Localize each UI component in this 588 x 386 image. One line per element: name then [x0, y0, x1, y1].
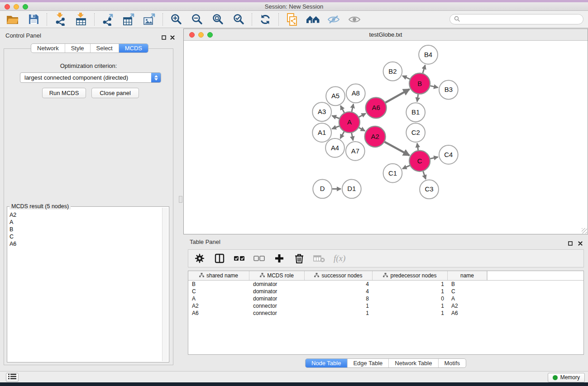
- table-cell[interactable]: A6: [188, 310, 249, 316]
- edge-A-A1[interactable]: [332, 126, 339, 129]
- table-cell[interactable]: connector: [249, 303, 305, 309]
- table-cell[interactable]: A: [448, 295, 487, 302]
- table-cell[interactable]: A2: [188, 303, 249, 309]
- export-network-icon[interactable]: [100, 12, 115, 27]
- close-panel-icon[interactable]: [170, 33, 175, 42]
- table-row[interactable]: Cdominator41C: [188, 288, 583, 295]
- vertical-splitter-handle[interactable]: [179, 196, 182, 203]
- edge-C-C1[interactable]: [402, 166, 410, 169]
- table-cell[interactable]: C: [448, 288, 487, 295]
- import-network-icon[interactable]: [53, 12, 67, 27]
- edge-C-C4[interactable]: [430, 157, 438, 159]
- columns-icon[interactable]: [212, 251, 227, 266]
- edge-A-A5[interactable]: [340, 105, 344, 113]
- zoom-out-icon[interactable]: [190, 12, 204, 27]
- tab-mcds[interactable]: MCDS: [119, 44, 148, 52]
- tab-network[interactable]: Network: [31, 44, 65, 52]
- show-all-icon[interactable]: [347, 12, 362, 27]
- hide-selected-icon[interactable]: [326, 12, 341, 27]
- edge-B-B2[interactable]: [402, 76, 410, 79]
- edge-A-A8[interactable]: [352, 104, 354, 112]
- table-cell[interactable]: dominator: [249, 288, 305, 295]
- delete-icon[interactable]: [292, 251, 306, 266]
- memory-button[interactable]: Memory: [548, 373, 585, 382]
- column-header-shared-name[interactable]: shared name: [188, 271, 249, 280]
- result-list-item[interactable]: B: [10, 226, 161, 233]
- tab-motifs[interactable]: Motifs: [438, 359, 466, 367]
- table-cell[interactable]: 1: [373, 281, 448, 287]
- zoom-in-icon[interactable]: [169, 12, 183, 27]
- criterion-dropdown[interactable]: largest connected component (directed): [20, 72, 161, 83]
- result-scrollbar[interactable]: [162, 208, 168, 361]
- gear-icon[interactable]: [192, 251, 207, 266]
- import-table-icon[interactable]: [74, 12, 88, 27]
- table-cell[interactable]: C: [188, 288, 249, 295]
- zoom-fit-icon[interactable]: [210, 12, 225, 27]
- tab-network-table[interactable]: Network Table: [389, 359, 438, 367]
- close-panel-icon[interactable]: [578, 239, 583, 248]
- result-list-item[interactable]: A2: [10, 211, 161, 219]
- show-panels-button[interactable]: [6, 373, 19, 382]
- column-header-predecessor-nodes[interactable]: predecessor nodes: [373, 271, 448, 280]
- column-header-mcds-role[interactable]: MCDS role: [249, 271, 305, 280]
- edge-C-C2[interactable]: [417, 143, 418, 150]
- table-cell[interactable]: 4: [305, 288, 373, 295]
- table-cell[interactable]: 1: [373, 303, 448, 309]
- float-panel-icon[interactable]: [162, 33, 166, 42]
- table-cell[interactable]: B: [448, 281, 487, 287]
- table-cell[interactable]: A2: [448, 303, 487, 309]
- add-icon[interactable]: [272, 251, 287, 266]
- result-list-item[interactable]: A: [10, 219, 161, 226]
- edge-A-A2[interactable]: [359, 128, 365, 131]
- edge-A-A3[interactable]: [332, 116, 339, 119]
- tab-style[interactable]: Style: [65, 44, 91, 52]
- tab-select[interactable]: Select: [91, 44, 119, 52]
- float-panel-icon[interactable]: [568, 239, 573, 248]
- tab-edge-table[interactable]: Edge Table: [347, 359, 389, 367]
- edge-A6-B[interactable]: [385, 89, 409, 103]
- edge-A2-C[interactable]: [385, 142, 410, 155]
- table-row[interactable]: A6connector11A6: [188, 310, 583, 317]
- tab-node-table[interactable]: Node Table: [306, 359, 348, 367]
- save-icon[interactable]: [26, 12, 41, 27]
- duplicate-network-icon[interactable]: [285, 12, 299, 27]
- column-header-successor-nodes[interactable]: successor nodes: [305, 271, 373, 280]
- table-cell[interactable]: connector: [249, 310, 305, 316]
- table-cell[interactable]: dominator: [249, 295, 305, 302]
- table-cell[interactable]: 4: [305, 281, 373, 287]
- open-folder-icon[interactable]: [5, 12, 20, 27]
- dropdown-stepper-icon[interactable]: [151, 73, 161, 82]
- table-cell[interactable]: 1: [373, 288, 448, 295]
- edge-B-B4[interactable]: [423, 65, 425, 73]
- table-cell[interactable]: A: [188, 295, 249, 302]
- close-panel-button[interactable]: Close panel: [91, 88, 139, 98]
- table-cell[interactable]: A6: [448, 310, 487, 316]
- select-all-icon[interactable]: [232, 251, 247, 266]
- edge-A-A6[interactable]: [359, 114, 366, 117]
- table-row[interactable]: Adominator80A: [188, 295, 583, 302]
- zoom-selected-icon[interactable]: [231, 12, 246, 27]
- edge-A-A4[interactable]: [340, 132, 344, 138]
- search-field[interactable]: [449, 14, 583, 24]
- table-cell[interactable]: 1: [305, 310, 373, 316]
- first-neighbors-icon[interactable]: [306, 12, 320, 27]
- deselect-all-icon[interactable]: [252, 251, 267, 266]
- export-image-icon[interactable]: [142, 12, 157, 27]
- search-input[interactable]: [462, 16, 579, 23]
- table-cell[interactable]: 1: [305, 303, 373, 309]
- run-mcds-button[interactable]: Run MCDS: [42, 88, 86, 98]
- column-header-name[interactable]: name: [448, 271, 487, 280]
- network-canvas[interactable]: B4B2BB3A8A5A6A3B1AA1C2A2A4A7C4CC1DD1C3: [184, 41, 587, 234]
- edge-A-A7[interactable]: [352, 133, 353, 141]
- export-table-icon[interactable]: [121, 12, 136, 27]
- table-cell[interactable]: 1: [373, 310, 448, 316]
- table-row[interactable]: Bdominator41B: [188, 281, 583, 288]
- edge-C-C3[interactable]: [423, 171, 426, 179]
- table-cell[interactable]: 8: [305, 295, 373, 302]
- table-cell[interactable]: dominator: [249, 281, 305, 287]
- table-cell[interactable]: 0: [373, 295, 448, 302]
- result-list-item[interactable]: A6: [10, 240, 161, 248]
- edge-B-B3[interactable]: [430, 86, 438, 88]
- edge-B-B1[interactable]: [417, 94, 418, 101]
- table-row[interactable]: A2connector11A2: [188, 302, 583, 310]
